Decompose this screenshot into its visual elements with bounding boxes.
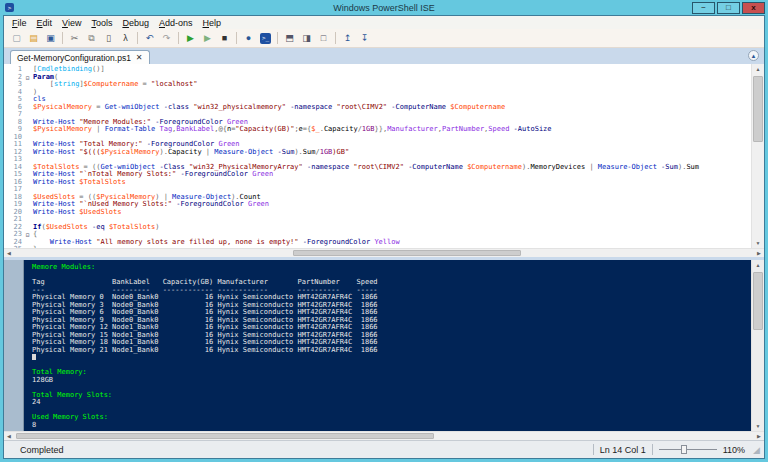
new-remote-powershell-tab-button[interactable]: ●: [240, 31, 257, 46]
scroll-down-icon[interactable]: ▼: [752, 238, 764, 248]
code-line[interactable]: 3 [string]$Computername = "localhost": [4, 81, 751, 89]
fold-gutter: [22, 104, 33, 112]
resize-grip-icon[interactable]: ◢: [753, 445, 760, 455]
fold-gutter: [22, 134, 33, 142]
statusbar-divider: [593, 444, 594, 455]
code-line[interactable]: 9$PysicalMemory | Format-Table Tag,BankL…: [4, 126, 751, 134]
scroll-up-icon[interactable]: ▲: [752, 64, 764, 74]
copy-button[interactable]: ⧉: [83, 31, 100, 46]
paste-button[interactable]: ▯: [100, 31, 117, 46]
console-cursor: [32, 354, 36, 360]
show-script-pane-maximized-button[interactable]: □: [315, 31, 332, 46]
menu-edit[interactable]: Edit: [32, 18, 58, 28]
menu-addons[interactable]: Add-ons: [154, 18, 198, 28]
fold-gutter: [22, 119, 33, 127]
console-vscroll-thumb[interactable]: [753, 272, 763, 330]
menu-tools[interactable]: Tools: [86, 18, 117, 28]
toolbar-separator: [62, 32, 63, 44]
stop-operation-button[interactable]: ■: [216, 31, 233, 46]
fold-toggle-icon[interactable]: ⊟: [22, 74, 33, 82]
fold-toggle-icon[interactable]: ⊟: [22, 231, 33, 239]
code-line[interactable]: 20Write-Host $UsedSlots: [4, 209, 751, 217]
status-bar: Completed Ln 14 Col 1 110% ◢: [4, 440, 764, 458]
editor-hscroll-thumb[interactable]: [293, 250, 521, 256]
scroll-right-icon[interactable]: ▶: [754, 249, 764, 257]
code-text: Write-Host "All memory slots are filled …: [33, 239, 400, 247]
code-line[interactable]: 16Write-Host $TotalSlots: [4, 179, 751, 187]
code-line[interactable]: 22If($UsedSlots -eq $TotalSlots): [4, 224, 751, 232]
redo-button[interactable]: ↷: [158, 31, 175, 46]
code-line[interactable]: 1[Cmdletbinding()]: [4, 66, 751, 74]
tab-close-icon[interactable]: ✕: [136, 53, 143, 62]
script-pane-down-button[interactable]: ↧: [356, 31, 373, 46]
scroll-down-icon[interactable]: ▼: [752, 421, 764, 431]
menu-view[interactable]: View: [57, 18, 86, 28]
code-line[interactable]: 24 Write-Host "All memory slots are fill…: [4, 239, 751, 247]
cursor-position: Ln 14 Col 1: [600, 445, 646, 455]
clear-console-button[interactable]: λ: [117, 31, 134, 46]
scroll-left-icon[interactable]: ◀: [4, 432, 14, 440]
show-script-pane-top-button[interactable]: ⬒: [281, 31, 298, 46]
code-line[interactable]: 12Write-Host "$((($PysicalMemory).Capaci…: [4, 149, 751, 157]
code-line[interactable]: 4): [4, 89, 751, 97]
open-script-button[interactable]: ▤: [25, 31, 42, 46]
fold-gutter: [22, 216, 33, 224]
minimize-button[interactable]: −: [692, 2, 715, 14]
console-hscroll-thumb[interactable]: [16, 433, 434, 439]
script-editor[interactable]: 1[Cmdletbinding()]2⊟Param(3 [string]$Com…: [4, 64, 751, 248]
console-left-margin: [4, 260, 24, 431]
scroll-right-icon[interactable]: ▶: [754, 432, 764, 440]
cut-button[interactable]: ✂: [66, 31, 83, 46]
editor-horizontal-scrollbar[interactable]: ◀ ▶: [4, 248, 764, 257]
undo-button[interactable]: ↶: [141, 31, 158, 46]
code-text: [string]$Computername = "localhost": [33, 81, 197, 89]
fold-gutter: [22, 201, 33, 209]
menu-help[interactable]: Help: [198, 18, 227, 28]
menu-file[interactable]: File: [7, 18, 32, 28]
collapse-script-pane-button[interactable]: ▲: [748, 50, 759, 61]
fold-gutter: [22, 126, 33, 134]
window-title: Windows PowerShell ISE: [0, 3, 768, 13]
powershell-ise-window: > Windows PowerShell ISE − □ x FileEditV…: [0, 0, 768, 462]
powershell-icon: >_: [260, 33, 271, 44]
menu-debug[interactable]: Debug: [117, 18, 154, 28]
window-body: FileEditViewToolsDebugAdd-onsHelp ▢▤▣✂⧉▯…: [3, 15, 765, 459]
console-line: Memore Modules:: [32, 264, 751, 272]
fold-gutter: [22, 186, 33, 194]
run-selection-button[interactable]: ▶: [199, 31, 216, 46]
console-line: Physical Memory 21 Node1_Bank0 16 Hynix …: [32, 347, 751, 355]
code-text: $PysicalMemory = Get-wmiObject -class "w…: [33, 104, 505, 112]
fold-gutter: [22, 224, 33, 232]
console-line: 8: [32, 422, 751, 430]
start-powershell-button[interactable]: >_: [257, 31, 274, 46]
maximize-button[interactable]: □: [717, 2, 740, 14]
new-script-button[interactable]: ▢: [8, 31, 25, 46]
fold-gutter: [22, 209, 33, 217]
show-script-pane-right-button[interactable]: ◨: [298, 31, 315, 46]
save-script-button[interactable]: ▣: [42, 31, 59, 46]
fold-gutter: [22, 81, 33, 89]
fold-gutter: [22, 89, 33, 97]
run-script-button[interactable]: ▶: [182, 31, 199, 46]
editor-vertical-scrollbar[interactable]: ▲ ▼: [751, 64, 764, 248]
editor-vscroll-thumb[interactable]: [753, 76, 763, 142]
console-horizontal-scrollbar[interactable]: ◀ ▶: [4, 431, 764, 440]
zoom-slider-knob[interactable]: [681, 445, 687, 454]
tab-get-memoryconfiguration[interactable]: Get-MemoryConfiguration.ps1 ✕: [10, 50, 150, 64]
console-vertical-scrollbar[interactable]: ▲ ▼: [751, 260, 764, 431]
zoom-level: 110%: [723, 445, 745, 455]
script-pane-up-button[interactable]: ↥: [339, 31, 356, 46]
close-button[interactable]: x: [742, 2, 765, 14]
code-line[interactable]: 6$PysicalMemory = Get-wmiObject -class "…: [4, 104, 751, 112]
code-text: Write-Host $UsedSlots: [33, 209, 122, 217]
console-line: [32, 362, 751, 370]
title-bar[interactable]: > Windows PowerShell ISE − □ x: [0, 0, 768, 15]
console-line: [32, 407, 751, 415]
zoom-slider[interactable]: [659, 444, 717, 455]
fold-gutter: [22, 171, 33, 179]
scroll-left-icon[interactable]: ◀: [4, 249, 14, 257]
zoom-slider-track: [659, 449, 717, 450]
statusbar-divider: [652, 444, 653, 455]
scroll-up-icon[interactable]: ▲: [752, 260, 764, 270]
console-output[interactable]: Memore Modules:Tag BankLabel Capacity(GB…: [24, 260, 751, 431]
